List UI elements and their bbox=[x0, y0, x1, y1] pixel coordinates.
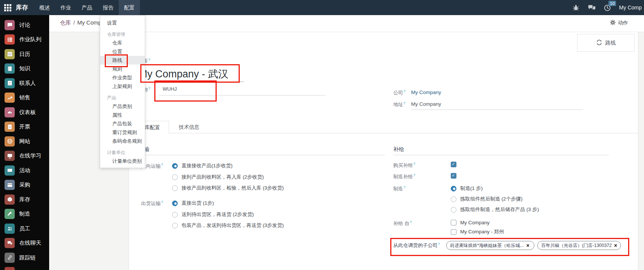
warehouse-name-underline bbox=[138, 82, 244, 82]
menu-item-product-categories[interactable]: 产品类别 bbox=[100, 102, 145, 111]
menu-item-uom-categories[interactable]: 计量单位类别 bbox=[100, 157, 145, 165]
apps-grid-icon[interactable] bbox=[0, 0, 15, 15]
radio-unselected[interactable] bbox=[172, 185, 178, 191]
sidebar-item-partial[interactable] bbox=[0, 265, 49, 270]
manufacture-option-two-steps[interactable]: 拣取组件然后制造 (2个步骤) bbox=[451, 196, 523, 202]
menu-item-product-packagings[interactable]: 产品包装 bbox=[100, 119, 145, 128]
activities-clock-icon[interactable]: 10 bbox=[603, 3, 612, 12]
menu-operations[interactable]: 作业 bbox=[55, 0, 76, 15]
radio-unselected[interactable] bbox=[451, 207, 456, 213]
radio-selected[interactable] bbox=[172, 163, 178, 169]
globe-icon bbox=[5, 136, 15, 147]
checkbox-checked[interactable] bbox=[451, 173, 456, 179]
menu-item-reordering-rules[interactable]: 重订货规则 bbox=[100, 128, 145, 137]
checkbox-unchecked[interactable] bbox=[451, 220, 456, 225]
app-name[interactable]: 库存 bbox=[15, 4, 34, 12]
menu-overview[interactable]: 概述 bbox=[34, 0, 55, 15]
sidebar-item-link-tracker[interactable]: 跟踪链 bbox=[0, 250, 49, 265]
radio-selected[interactable] bbox=[451, 186, 456, 191]
sidebar-item-events[interactable]: 活动 bbox=[0, 163, 49, 178]
help-question-mark: ? bbox=[413, 173, 415, 177]
sidebar-item-livechat[interactable]: 在线聊天 bbox=[0, 236, 49, 251]
sidebar-item-knowledge[interactable]: 知识 bbox=[0, 62, 49, 76]
sidebar-item-manufacturing[interactable]: 制造 bbox=[0, 207, 49, 222]
resupply-from-my-company[interactable]: My Company bbox=[451, 220, 490, 225]
sidebar-item-task-queue[interactable]: 作业队列 bbox=[0, 32, 49, 47]
sidebar-item-contacts[interactable]: 联系人 bbox=[0, 76, 49, 91]
sidebar-item-discuss[interactable]: 讨论 bbox=[0, 18, 49, 32]
radio-selected[interactable] bbox=[172, 201, 178, 206]
notebook-icon bbox=[5, 63, 15, 74]
help-question-mark: ? bbox=[403, 89, 405, 93]
chain-link-icon bbox=[5, 253, 15, 263]
radio-unselected[interactable] bbox=[172, 174, 178, 180]
short-name-input[interactable]: WUHJ bbox=[163, 86, 177, 92]
remove-tag-icon[interactable]: × bbox=[614, 243, 617, 248]
outgoing-option-three-steps[interactable]: 包装产品，发送到待出货区，再送货 (3步发货) bbox=[172, 222, 284, 229]
sidebar-item-calendar[interactable]: 日历 bbox=[0, 47, 49, 62]
bug-icon[interactable] bbox=[571, 3, 580, 12]
breadcrumb-warehouses-link[interactable]: 仓库 bbox=[60, 19, 71, 26]
top-navbar: 库存 概述 作业 产品 报告 配置 10 My Comp bbox=[0, 0, 644, 15]
menu-item-barcode-nomenclatures[interactable]: 条码命名规则 bbox=[100, 137, 145, 145]
address-value[interactable]: My Company bbox=[411, 101, 441, 107]
help-question-mark: ? bbox=[161, 163, 163, 167]
help-question-mark: ? bbox=[161, 200, 163, 204]
menu-item-rules[interactable]: 规则 bbox=[100, 65, 145, 73]
incoming-option-three-steps[interactable]: 接收产品到收料区，检验，然后入库 (3步收货) bbox=[172, 185, 284, 191]
sidebar-item-website[interactable]: 网站 bbox=[0, 134, 49, 149]
user-menu[interactable]: My Comp bbox=[619, 5, 642, 11]
menu-item-putaway-rules[interactable]: 上架规则 bbox=[100, 82, 145, 91]
sidebar-item-invoicing[interactable]: $ 开票 bbox=[0, 120, 49, 134]
sidebar-item-inventory[interactable]: 库存 bbox=[0, 192, 49, 207]
subsidiary-tag-2[interactable]: 百年川椒（光谷店）(门店-1300372... × bbox=[537, 241, 621, 250]
action-menu-button[interactable]: 动作 bbox=[610, 20, 628, 26]
address-book-icon bbox=[5, 78, 15, 88]
sidebar-item-employees[interactable]: 员工 bbox=[0, 221, 49, 236]
menu-configuration[interactable]: 配置 bbox=[119, 0, 140, 15]
buy-to-resupply-checkbox[interactable] bbox=[451, 162, 456, 167]
company-value[interactable]: My Company bbox=[411, 89, 441, 95]
messages-icon[interactable] bbox=[587, 3, 596, 12]
sidebar-item-purchase[interactable]: 采购 bbox=[0, 178, 49, 193]
outgoing-option-two-steps[interactable]: 送到待出货区，再送货 (2步发货) bbox=[172, 211, 254, 218]
radio-unselected[interactable] bbox=[172, 223, 178, 228]
menu-item-operation-types[interactable]: 作业类型 bbox=[100, 73, 145, 82]
sidebar-item-sales[interactable]: 销售 bbox=[0, 91, 49, 105]
routes-smart-button[interactable]: 路线 bbox=[577, 34, 635, 52]
tab-technical-information[interactable]: 技术信息 bbox=[174, 121, 204, 133]
subsidiary-tag-1[interactable]: 前进麦味烘焙*海峡姐妹茶（哈乐城... × bbox=[446, 241, 534, 250]
outgoing-option-one-step[interactable]: 直接出货 (1步) bbox=[172, 200, 214, 207]
routes-smart-button-label: 路线 bbox=[605, 40, 616, 46]
resupply-section-title: 补给 bbox=[393, 146, 404, 153]
resupply-from-my-company-zhengzhou[interactable]: My Company - 郑州 bbox=[451, 228, 504, 235]
inventory-box-icon bbox=[5, 194, 15, 205]
menu-products[interactable]: 产品 bbox=[76, 0, 98, 15]
wrench-icon bbox=[5, 209, 15, 219]
activities-count-badge: 10 bbox=[608, 1, 616, 6]
menu-item-warehouses[interactable]: 仓库 bbox=[100, 39, 145, 47]
menu-header-warehouse-management: 仓库管理 bbox=[100, 30, 145, 39]
warehouse-name-input[interactable]: My Company - 武汉 bbox=[139, 67, 228, 81]
task-list-icon bbox=[5, 34, 15, 45]
incoming-option-two-steps[interactable]: 接到产品到收料区，再入库 (2步收货) bbox=[172, 174, 264, 181]
radio-unselected[interactable] bbox=[451, 196, 456, 202]
menu-item-attributes[interactable]: 属性 bbox=[100, 111, 145, 119]
menu-item-locations[interactable]: 位置 bbox=[100, 47, 145, 56]
purchase-card-icon bbox=[5, 180, 15, 190]
menu-reporting[interactable]: 报告 bbox=[98, 0, 119, 15]
remove-tag-icon[interactable]: × bbox=[526, 243, 529, 248]
manufacture-to-resupply-checkbox[interactable] bbox=[451, 173, 456, 179]
sidebar-item-elearning[interactable]: 在线学习 bbox=[0, 149, 49, 164]
sidebar-item-dashboards[interactable]: 仪表板 bbox=[0, 105, 49, 120]
checkbox-checked[interactable] bbox=[451, 162, 456, 167]
manufacture-option-one-step[interactable]: 制造(1 步) bbox=[451, 185, 483, 192]
radio-unselected[interactable] bbox=[172, 212, 178, 218]
breadcrumb: 仓库/My Comp bbox=[60, 19, 101, 26]
manufacture-option-three-steps[interactable]: 拣取组件制造，然后储存产品 (3 步) bbox=[451, 206, 539, 213]
address-label: 地址? bbox=[393, 101, 405, 108]
menu-item-settings[interactable]: 设置 bbox=[100, 19, 145, 27]
menu-item-routes[interactable]: 路线 bbox=[100, 56, 145, 65]
checkbox-unchecked[interactable] bbox=[451, 229, 456, 235]
incoming-option-one-step[interactable]: 直接接收产品(1步收货) bbox=[172, 162, 233, 169]
